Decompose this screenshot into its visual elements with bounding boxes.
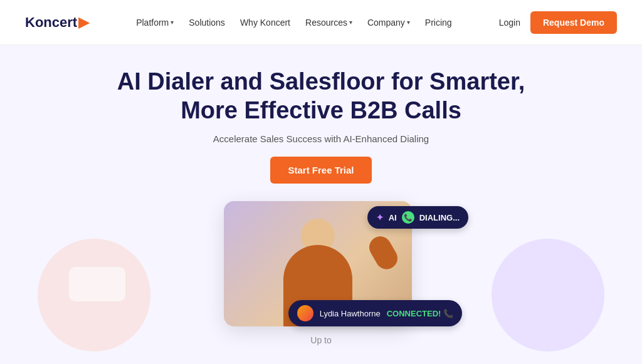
logo-text: Koncert [25, 14, 77, 31]
hero-title: AI Dialer and Salesfloor for Smarter, Mo… [117, 68, 525, 125]
nav-item-platform[interactable]: Platform ▾ [136, 18, 174, 28]
person-arm [366, 232, 402, 273]
dialing-badge: ✦ AI 📞 DIALING... [367, 206, 468, 229]
nav-link-resources[interactable]: Resources ▾ [305, 18, 352, 28]
nav-link-platform[interactable]: Platform ▾ [136, 18, 174, 28]
login-button[interactable]: Login [499, 18, 520, 28]
nav-link-company[interactable]: Company ▾ [367, 18, 410, 28]
hero-image-container: ✦ AI 📞 DIALING... Lydia Hawthorne CONNEC… [224, 201, 418, 333]
logo-arrow: ▶ [78, 14, 89, 31]
chevron-down-icon: ▾ [349, 19, 352, 26]
nav-actions: Login Request Demo [499, 11, 617, 34]
nav-item-company[interactable]: Company ▾ [367, 18, 410, 28]
connected-status: CONNECTED! 📞 [387, 309, 453, 318]
navbar: Koncert ▶ Platform ▾ Solutions Why Konce… [0, 0, 642, 45]
nav-link-pricing[interactable]: Pricing [425, 18, 452, 28]
nav-link-why-koncert[interactable]: Why Koncert [240, 18, 290, 28]
contact-name: Lydia Hawthorne [320, 309, 381, 318]
nav-links: Platform ▾ Solutions Why Koncert Resourc… [136, 18, 452, 28]
nav-link-solutions[interactable]: Solutions [189, 18, 225, 28]
ai-label: AI [389, 213, 397, 222]
nav-item-solutions[interactable]: Solutions [189, 18, 225, 28]
connected-badge: Lydia Hawthorne CONNECTED! 📞 [288, 300, 462, 326]
nav-item-pricing[interactable]: Pricing [425, 18, 452, 28]
nav-item-resources[interactable]: Resources ▾ [305, 18, 352, 28]
phone-icon: 📞 [402, 211, 414, 224]
hero-subtitle: Accelerate Sales Success with AI-Enhance… [213, 133, 429, 144]
chevron-down-icon: ▾ [171, 19, 174, 26]
chevron-down-icon: ▾ [407, 19, 410, 26]
bottom-label: Up to [310, 335, 331, 345]
nav-item-why-koncert[interactable]: Why Koncert [240, 18, 290, 28]
sparkle-icon: ✦ [376, 212, 384, 222]
start-free-trial-button[interactable]: Start Free Trial [270, 157, 371, 184]
dialing-text: DIALING... [419, 213, 460, 222]
avatar [297, 305, 313, 321]
logo[interactable]: Koncert ▶ [25, 14, 89, 31]
request-demo-button[interactable]: Request Demo [530, 11, 617, 34]
hero-section: AI Dialer and Salesfloor for Smarter, Mo… [0, 45, 642, 333]
